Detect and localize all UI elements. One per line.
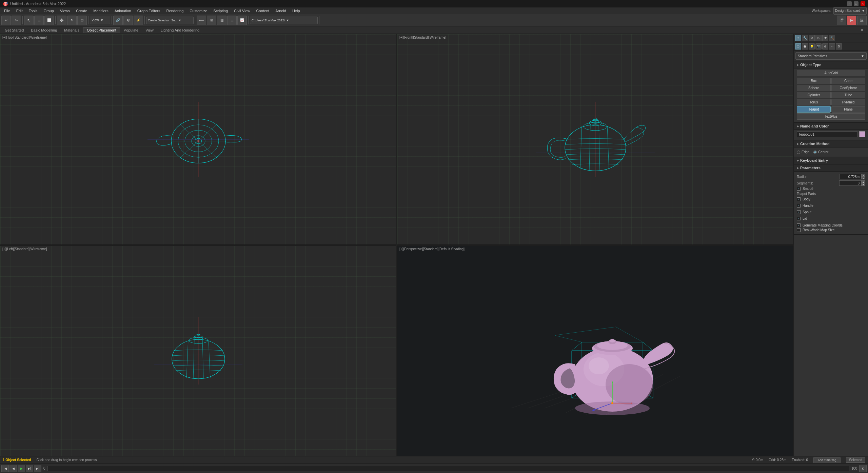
textplus-button[interactable]: TextPlus: [797, 113, 865, 120]
create-spacewarps-btn[interactable]: 〰: [829, 43, 835, 50]
tab-object-placement[interactable]: Object Placement: [83, 27, 120, 33]
align-button[interactable]: ⊞: [207, 16, 216, 25]
selection-set-dropdown[interactable]: Create Selection Se... ▼: [146, 17, 194, 24]
lid-checkbox[interactable]: [797, 217, 801, 220]
mapping-checkbox[interactable]: [797, 223, 801, 227]
play-btn[interactable]: ▶: [18, 465, 25, 472]
path-display[interactable]: C:\Users\S\.a Max 2022\ ▼: [250, 17, 318, 24]
titlebar-right[interactable]: − □ ✕: [847, 1, 865, 6]
tab-view[interactable]: View: [142, 27, 157, 33]
menu-content[interactable]: Content: [254, 8, 272, 14]
torus-button[interactable]: Torus: [797, 99, 831, 105]
menu-group[interactable]: Group: [41, 8, 57, 14]
teapot-button[interactable]: Teapot: [797, 106, 831, 113]
tab-get-started[interactable]: Get Started: [1, 27, 27, 33]
menu-arnold[interactable]: Arnold: [273, 8, 289, 14]
radius-down-btn[interactable]: ▼: [861, 177, 865, 179]
cone-button[interactable]: Cone: [831, 78, 865, 84]
segments-down-btn[interactable]: ▼: [861, 183, 865, 186]
menu-views[interactable]: Views: [57, 8, 73, 14]
creation-method-header[interactable]: Creation Method: [794, 140, 868, 147]
panel-tab-utilities[interactable]: 🔨: [829, 35, 835, 41]
menu-tools[interactable]: Tools: [26, 8, 40, 14]
segments-input[interactable]: [839, 180, 861, 186]
object-type-header[interactable]: Object Type: [794, 61, 868, 68]
create-lights-btn[interactable]: 💡: [809, 43, 815, 50]
pyramid-button[interactable]: Pyramid: [831, 99, 865, 105]
cylinder-button[interactable]: Cylinder: [797, 92, 831, 98]
tube-button[interactable]: Tube: [831, 92, 865, 98]
render-setup-button[interactable]: 🎬: [837, 16, 846, 25]
mirror-button[interactable]: ⟺: [197, 16, 206, 25]
menu-animation[interactable]: Animation: [112, 8, 134, 14]
rect-select-button[interactable]: ⬜: [44, 16, 54, 25]
create-geometry-btn[interactable]: ⬡: [795, 43, 801, 50]
body-checkbox[interactable]: [797, 197, 801, 201]
menu-scripting[interactable]: Scripting: [211, 8, 231, 14]
prev-frame-btn[interactable]: ◀: [9, 465, 17, 472]
unlink-button[interactable]: ⛓: [123, 16, 133, 25]
select-by-name-button[interactable]: ☰: [34, 16, 44, 25]
viewport-left[interactable]: [+][Left][Standard][Wireframe]: [0, 245, 396, 456]
timeline-track[interactable]: [47, 466, 850, 471]
menu-help[interactable]: Help: [290, 8, 303, 14]
name-color-header[interactable]: Name and Color: [794, 123, 868, 130]
bind-button[interactable]: ⚡: [134, 16, 143, 25]
primitives-dropdown[interactable]: Standard Primitives ▼: [795, 52, 867, 60]
key-mode-btn[interactable]: K: [859, 465, 867, 472]
plane-button[interactable]: Plane: [831, 106, 865, 113]
menu-customize[interactable]: Customize: [187, 8, 210, 14]
scale-button[interactable]: ⊡: [77, 16, 87, 25]
edge-radio[interactable]: Edge: [797, 150, 809, 154]
link-button[interactable]: 🔗: [113, 16, 123, 25]
add-time-tag-btn[interactable]: Add Time Tag: [813, 457, 841, 463]
workspace-dropdown[interactable]: Design Standard ▼: [833, 7, 867, 15]
parameters-header[interactable]: Parameters: [794, 164, 868, 172]
spout-checkbox[interactable]: [797, 210, 801, 214]
panel-tab-display[interactable]: 👁: [822, 35, 828, 41]
redo-button[interactable]: ↪: [12, 16, 21, 25]
tab-lighting-rendering[interactable]: Lighting And Rendering: [157, 27, 203, 33]
layer-button[interactable]: ☰: [227, 16, 237, 25]
segments-up-btn[interactable]: ▲: [861, 180, 865, 183]
viewport-front[interactable]: [+][Front][Standard][Wireframe]: [397, 34, 793, 245]
go-start-btn[interactable]: |◀: [1, 465, 9, 472]
radius-input[interactable]: [839, 174, 861, 179]
quick-align-button[interactable]: ▦: [217, 16, 226, 25]
select-button[interactable]: ↖: [24, 16, 34, 25]
menu-graph-editors[interactable]: Graph Editors: [135, 8, 163, 14]
menu-file[interactable]: File: [1, 8, 13, 14]
go-end-btn[interactable]: ▶|: [34, 465, 41, 472]
tab-populate[interactable]: Populate: [120, 27, 142, 33]
viewport-perspective[interactable]: [+][Perspective][Standard][Default Shadi…: [397, 245, 793, 456]
keyboard-entry-header[interactable]: Keyboard Entry: [794, 157, 868, 164]
maximize-button[interactable]: □: [854, 1, 859, 6]
geosphere-button[interactable]: GeoSphere: [831, 85, 865, 91]
create-systems-btn[interactable]: ⚙: [836, 43, 842, 50]
menu-rendering[interactable]: Rendering: [164, 8, 186, 14]
smooth-checkbox[interactable]: [797, 187, 801, 191]
realworld-checkbox[interactable]: [797, 228, 801, 232]
rotate-button[interactable]: ↻: [67, 16, 77, 25]
minimize-button[interactable]: −: [847, 1, 852, 6]
next-frame-btn[interactable]: ▶|: [26, 465, 33, 472]
panel-tab-hierarchy[interactable]: ⚙: [809, 35, 815, 41]
menu-modifiers[interactable]: Modifiers: [91, 8, 111, 14]
create-cameras-btn[interactable]: 📷: [815, 43, 822, 50]
panel-tab-create[interactable]: ✦: [795, 35, 801, 41]
center-radio[interactable]: Center: [813, 150, 828, 154]
sphere-button[interactable]: Sphere: [797, 85, 831, 91]
tab-close[interactable]: ✕: [857, 27, 867, 33]
tab-materials[interactable]: Materials: [61, 27, 83, 33]
tab-basic-modelling[interactable]: Basic Modelling: [27, 27, 60, 33]
view-dropdown[interactable]: View ▼: [90, 17, 110, 24]
handle-checkbox[interactable]: [797, 204, 801, 208]
panel-tab-motion[interactable]: ▷: [815, 35, 822, 41]
menu-civil-view[interactable]: Civil View: [231, 8, 253, 14]
radius-up-btn[interactable]: ▲: [861, 174, 865, 177]
box-button[interactable]: Box: [797, 78, 831, 84]
create-shapes-btn[interactable]: ⬟: [802, 43, 808, 50]
object-name-input[interactable]: [797, 131, 858, 137]
undo-button[interactable]: ↩: [1, 16, 11, 25]
curve-editor-button[interactable]: 📈: [237, 16, 247, 25]
